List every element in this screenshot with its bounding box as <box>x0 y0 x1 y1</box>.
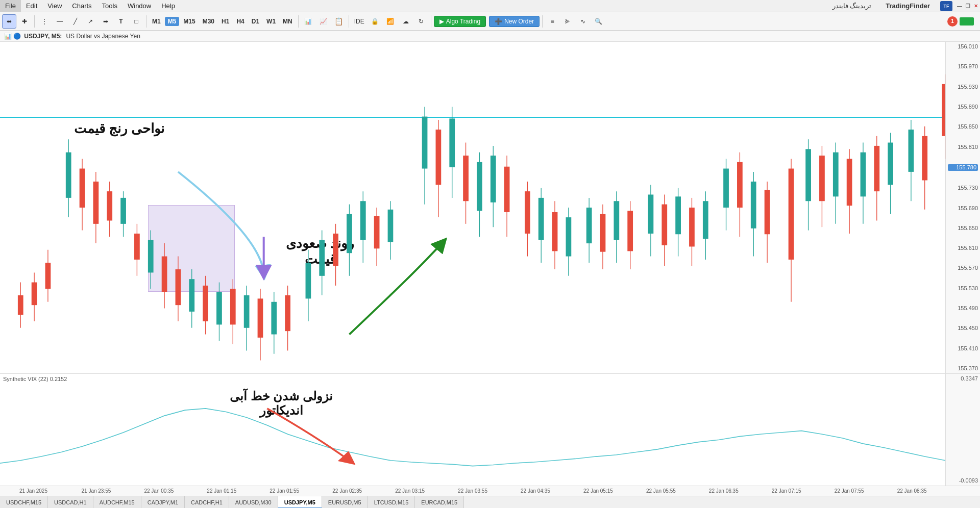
svg-rect-65 <box>491 156 496 202</box>
symbol-icons: 📊 🔵 <box>4 33 21 40</box>
chart-svg <box>0 42 945 373</box>
ide-button[interactable]: IDE <box>352 14 367 29</box>
menu-charts[interactable]: Charts <box>67 0 96 12</box>
brand-logo: TF <box>940 1 952 11</box>
svg-rect-123 <box>942 84 945 136</box>
svg-rect-43 <box>319 240 325 276</box>
svg-rect-119 <box>909 130 914 172</box>
tab-audusd-m30[interactable]: AUDUSD,M30 <box>229 496 278 509</box>
svg-rect-5 <box>45 263 51 289</box>
svg-rect-93 <box>703 201 708 239</box>
menu-help[interactable]: Help <box>156 0 180 12</box>
tf-m30[interactable]: M30 <box>200 17 217 26</box>
tab-usdcad-h1[interactable]: USDCAD,H1 <box>48 496 93 509</box>
chart-type-button[interactable]: 📊 <box>301 14 315 29</box>
algo-trading-button[interactable]: ▶ Algo Trading <box>434 16 486 27</box>
price-current: 155.780 <box>948 164 978 171</box>
svg-rect-111 <box>847 159 852 206</box>
time-14: 22 Jan 08:35 <box>880 488 943 494</box>
time-1: 21 Jan 23:55 <box>65 488 128 494</box>
svg-rect-75 <box>566 217 572 256</box>
horizontal-line-tool[interactable]: — <box>53 14 67 29</box>
tf-m15[interactable]: M15 <box>180 17 198 26</box>
tab-cadjpy-m1[interactable]: CADJPY,M1 <box>141 496 185 509</box>
new-order-label: New Order <box>504 18 534 25</box>
volume-button[interactable]: ⫸ <box>560 14 575 29</box>
zoom-button[interactable]: 🔍 <box>591 14 605 29</box>
svg-rect-3 <box>32 283 37 306</box>
tf-h4[interactable]: H4 <box>233 17 247 26</box>
vertical-line-tool[interactable]: ⋮ <box>37 14 52 29</box>
restore-button[interactable]: ❐ <box>964 2 972 10</box>
tab-ltcusd-m15[interactable]: LTCUSD,M15 <box>368 496 415 509</box>
new-order-button[interactable]: ➕ New Order <box>489 16 540 27</box>
price-155890: 155.890 <box>948 104 978 110</box>
price-155450: 155.450 <box>948 325 978 331</box>
crosshair-tool[interactable]: ✚ <box>17 14 32 29</box>
svg-rect-77 <box>586 208 592 243</box>
y-axis: 156.010 155.970 155.930 155.890 155.850 … <box>945 42 980 373</box>
trend-line-tool[interactable]: ╱ <box>68 14 82 29</box>
depth-button[interactable]: ≡ <box>545 14 559 29</box>
tab-usdchf-m15[interactable]: USDCHF,M15 <box>0 496 48 509</box>
tf-m5[interactable]: M5 <box>165 17 180 26</box>
svg-rect-103 <box>789 169 794 260</box>
ray-tool[interactable]: ↗ <box>83 14 97 29</box>
shape-tool[interactable]: □ <box>129 14 143 29</box>
tab-usdjpy-m5[interactable]: USDJPY,M5 <box>278 496 322 509</box>
menu-window[interactable]: Window <box>122 0 156 12</box>
svg-rect-51 <box>374 216 380 249</box>
notification-badge[interactable]: 1 <box>947 16 958 27</box>
brand-area: 1 <box>947 16 978 27</box>
svg-rect-63 <box>477 162 482 211</box>
price-155490: 155.490 <box>948 306 978 311</box>
price-chart-canvas[interactable]: نواحی رنج قیمت روند صعودیقیمت <box>0 42 945 373</box>
indicator-svg <box>0 374 945 486</box>
tab-eurusd-m5[interactable]: EURUSD,M5 <box>322 496 368 509</box>
minimize-button[interactable]: — <box>955 2 964 10</box>
templates-button[interactable]: 📋 <box>332 14 346 29</box>
chart-container: 📊 🔵 USDJPY, M5: US Dollar vs Japanese Ye… <box>0 31 980 508</box>
svg-rect-23 <box>176 269 181 305</box>
signal-button[interactable]: 📶 <box>383 14 398 29</box>
svg-rect-67 <box>504 167 510 212</box>
tf-w1[interactable]: W1 <box>263 17 279 26</box>
svg-rect-41 <box>306 263 311 298</box>
tf-m1[interactable]: M1 <box>149 17 164 26</box>
tab-bar: USDCHF,M15 USDCAD,H1 AUDCHF,M15 CADJPY,M… <box>0 496 980 508</box>
text-tool[interactable]: T <box>114 14 128 29</box>
time-10: 22 Jan 05:55 <box>629 488 692 494</box>
tf-mn[interactable]: MN <box>280 17 296 26</box>
menu-view[interactable]: View <box>42 0 67 12</box>
lock-button[interactable]: 🔒 <box>368 14 382 29</box>
svg-rect-121 <box>922 136 927 181</box>
compare-button[interactable]: ∿ <box>576 14 590 29</box>
refresh-button[interactable]: ↻ <box>414 14 428 29</box>
tab-eurcad-m15[interactable]: EURCAD,M15 <box>415 496 464 509</box>
symbol-timeframe: USDJPY, M5: <box>24 33 62 40</box>
indicators-button[interactable]: 📈 <box>316 14 331 29</box>
price-155810: 155.810 <box>948 144 978 150</box>
arrow-tool[interactable]: ➡ <box>99 14 113 29</box>
menu-file[interactable]: File <box>0 0 21 12</box>
svg-rect-107 <box>819 156 825 201</box>
price-155610: 155.610 <box>948 245 978 251</box>
svg-rect-59 <box>449 118 455 167</box>
tab-audchf-m15[interactable]: AUDCHF,M15 <box>93 496 141 509</box>
tf-d1[interactable]: D1 <box>249 17 262 26</box>
svg-rect-89 <box>675 196 681 234</box>
toolbar-separator-1 <box>34 15 35 28</box>
indicator-chart-canvas[interactable]: Synthetic VIX (22) 0.2152 نزولی شدن خط آ… <box>0 374 945 486</box>
toolbar: ⬌ ✚ ⋮ — ╱ ↗ ➡ T □ M1 M5 M15 M30 H1 H4 D1… <box>0 12 980 31</box>
indicator-panel: Synthetic VIX (22) 0.2152 نزولی شدن خط آ… <box>0 373 980 486</box>
tf-h1[interactable]: H1 <box>218 17 232 26</box>
indicator-label: Synthetic VIX (22) 0.2152 <box>3 376 67 382</box>
close-button[interactable]: ✕ <box>972 2 980 10</box>
menu-tools[interactable]: Tools <box>97 0 122 12</box>
cursor-tool[interactable]: ⬌ <box>2 14 16 29</box>
menu-edit[interactable]: Edit <box>21 0 42 12</box>
time-3: 22 Jan 01:15 <box>190 488 253 494</box>
cloud-button[interactable]: ☁ <box>399 14 413 29</box>
tab-cadchf-h1[interactable]: CADCHF,H1 <box>185 496 229 509</box>
svg-rect-95 <box>723 169 729 208</box>
